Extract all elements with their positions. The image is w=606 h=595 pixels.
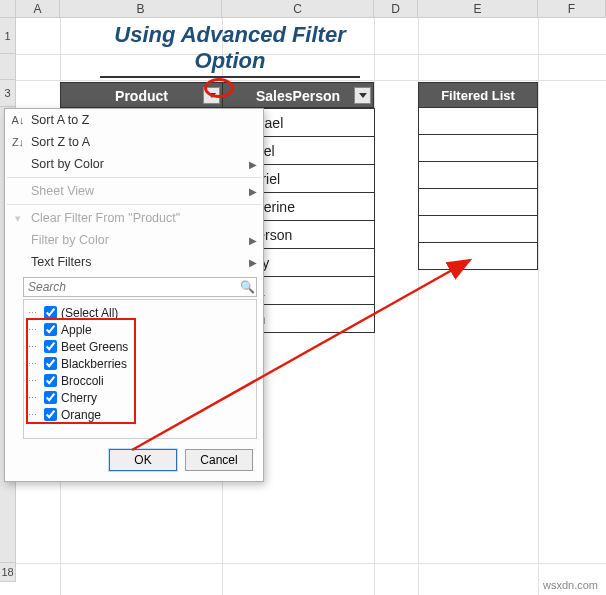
search-input[interactable] — [24, 280, 238, 294]
filtered-list-row[interactable] — [419, 216, 537, 243]
sort-asc-icon: A↓ — [10, 114, 26, 126]
filter-button-product[interactable] — [203, 87, 220, 104]
filter-item-checkbox[interactable] — [44, 391, 57, 404]
sort-color-label: Sort by Color — [31, 157, 104, 171]
text-filters-label: Text Filters — [31, 255, 91, 269]
filtered-list-row[interactable] — [419, 108, 537, 135]
header-salesperson-label: SalesPerson — [256, 88, 340, 104]
row-2[interactable] — [0, 54, 16, 80]
column-headers: A B C D E F — [0, 0, 606, 18]
filter-checklist: ⋯(Select All) ⋯Apple ⋯Beet Greens ⋯Black… — [23, 299, 257, 439]
filter-item-label: Blackberries — [61, 357, 127, 371]
row-3[interactable]: 3 — [0, 80, 16, 107]
sort-asc-label: Sort A to Z — [31, 113, 89, 127]
row-1[interactable]: 1 — [0, 18, 16, 54]
filtered-list-row[interactable] — [419, 189, 537, 216]
separator — [7, 177, 261, 178]
filtered-list-row[interactable] — [419, 243, 537, 270]
filter-item[interactable]: ⋯Broccoli — [28, 372, 252, 389]
filter-item[interactable]: ⋯Beet Greens — [28, 338, 252, 355]
separator — [7, 204, 261, 205]
sheet-view-item: Sheet View▶ — [5, 180, 263, 202]
text-filters-item[interactable]: Text Filters▶ — [5, 251, 263, 273]
filter-item-checkbox[interactable] — [44, 340, 57, 353]
filter-by-color-item: Filter by Color▶ — [5, 229, 263, 251]
sort-desc-item[interactable]: Z↓Sort Z to A — [5, 131, 263, 153]
col-F[interactable]: F — [538, 0, 606, 17]
col-C[interactable]: C — [222, 0, 374, 17]
select-all-checkbox[interactable] — [44, 306, 57, 319]
filter-item-checkbox[interactable] — [44, 323, 57, 336]
page-title: Using Advanced Filter Option — [100, 22, 360, 78]
data-table-header: Product SalesPerson — [60, 82, 374, 108]
corner-cell[interactable] — [0, 0, 16, 17]
submenu-arrow-icon: ▶ — [249, 235, 257, 246]
filter-item-label: Broccoli — [61, 374, 104, 388]
header-product-label: Product — [115, 88, 168, 104]
clear-filter-icon: ▾ — [10, 212, 26, 225]
filtered-list-row[interactable] — [419, 135, 537, 162]
row-18[interactable]: 18 — [0, 563, 16, 582]
filter-item[interactable]: ⋯Apple — [28, 321, 252, 338]
ok-button[interactable]: OK — [109, 449, 177, 471]
clear-filter-label: Clear Filter From "Product" — [31, 211, 180, 225]
filtered-list-table: Filtered List — [418, 82, 538, 270]
sort-by-color-item[interactable]: Sort by Color▶ — [5, 153, 263, 175]
filter-item-checkbox[interactable] — [44, 374, 57, 387]
clear-filter-item: ▾Clear Filter From "Product" — [5, 207, 263, 229]
col-E[interactable]: E — [418, 0, 538, 17]
filter-item-label: Apple — [61, 323, 92, 337]
filter-item-checkbox[interactable] — [44, 408, 57, 421]
header-salesperson: SalesPerson — [222, 82, 374, 108]
sort-asc-item[interactable]: A↓Sort A to Z — [5, 109, 263, 131]
dialog-buttons: OK Cancel — [5, 441, 263, 481]
submenu-arrow-icon: ▶ — [249, 257, 257, 268]
filter-item-label: Cherry — [61, 391, 97, 405]
col-D[interactable]: D — [374, 0, 418, 17]
search-icon: 🔍 — [238, 280, 256, 294]
filter-dropdown: A↓Sort A to Z Z↓Sort Z to A Sort by Colo… — [4, 108, 264, 482]
filter-item[interactable]: ⋯Cherry — [28, 389, 252, 406]
filter-item[interactable]: ⋯Blackberries — [28, 355, 252, 372]
filter-item-label: Orange — [61, 408, 101, 422]
select-all-item[interactable]: ⋯(Select All) — [28, 304, 252, 321]
search-box[interactable]: 🔍 — [23, 277, 257, 297]
sort-desc-icon: Z↓ — [10, 136, 26, 148]
filter-color-label: Filter by Color — [31, 233, 109, 247]
submenu-arrow-icon: ▶ — [249, 159, 257, 170]
header-product: Product — [60, 82, 222, 108]
col-B[interactable]: B — [60, 0, 222, 17]
sheet-view-label: Sheet View — [31, 184, 94, 198]
filtered-list-row[interactable] — [419, 162, 537, 189]
select-all-label: (Select All) — [61, 306, 118, 320]
filter-item-label: Beet Greens — [61, 340, 128, 354]
watermark: wsxdn.com — [543, 579, 598, 591]
cancel-button[interactable]: Cancel — [185, 449, 253, 471]
filter-item-checkbox[interactable] — [44, 357, 57, 370]
submenu-arrow-icon: ▶ — [249, 186, 257, 197]
col-A[interactable]: A — [16, 0, 60, 17]
sort-desc-label: Sort Z to A — [31, 135, 90, 149]
filter-item[interactable]: ⋯Orange — [28, 406, 252, 423]
filtered-list-header: Filtered List — [418, 82, 538, 108]
filter-button-salesperson[interactable] — [354, 87, 371, 104]
